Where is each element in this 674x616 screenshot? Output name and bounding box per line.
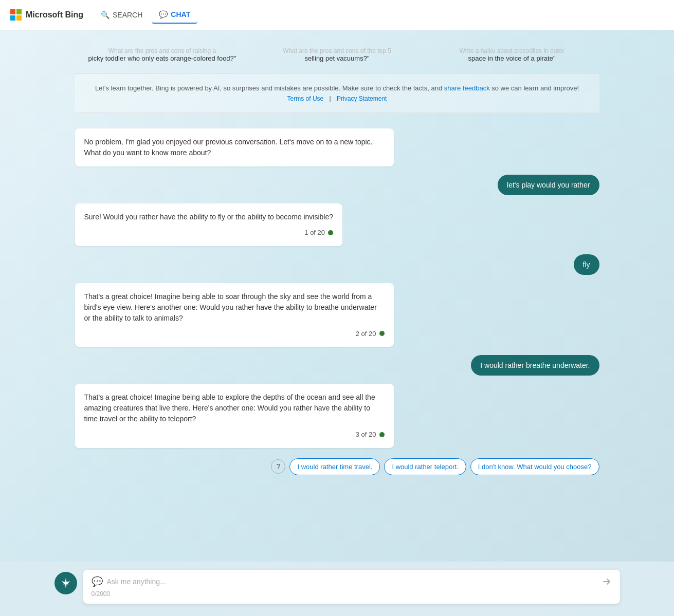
prompt-card-2: Write a haiku about crocodiles in outer … [430, 41, 594, 68]
search-icon: 🔍 [101, 11, 110, 19]
logo-area: Microsoft Bing [10, 9, 83, 21]
input-box-wrapper: 💬 0/2000 [83, 570, 620, 604]
user-message-3: I would rather breathe underwater. [471, 355, 599, 376]
input-row: 💬 [92, 576, 612, 587]
nav-search[interactable]: 🔍 SEARCH [94, 7, 150, 23]
char-count: 0/2000 [92, 590, 612, 598]
message-counter-3: 3 of 20 [84, 430, 385, 440]
prompt-card-1: What are the pros and cons of the top 5 … [255, 41, 420, 68]
suggestion-chip-0[interactable]: I would rather time travel. [289, 458, 380, 475]
send-button[interactable] [602, 576, 612, 587]
bot-message-3: That's a great choice! Imagine being abl… [75, 283, 394, 347]
avatar [54, 572, 77, 594]
microsoft-logo [10, 9, 22, 21]
info-banner: Let's learn together. Bing is powered by… [75, 73, 599, 113]
status-dot-2 [379, 331, 385, 336]
svg-rect-0 [10, 9, 15, 14]
bot-message-2: Sure! Would you rather have the ability … [75, 203, 343, 246]
prompt-suggestions: What are the pros and cons of raising a … [75, 30, 599, 73]
status-dot-3 [379, 432, 385, 437]
share-feedback-link[interactable]: share feedback [444, 84, 490, 92]
prompt-card-0: What are the pros and cons of raising a … [80, 41, 245, 68]
chat-icon: 💬 [159, 10, 168, 18]
user-message-2: fly [574, 254, 599, 275]
terms-link[interactable]: Terms of Use [287, 95, 324, 102]
status-dot [328, 230, 333, 235]
suggestion-chip-2[interactable]: I don't know. What would you choose? [470, 458, 599, 475]
bot-message-4: That's a great choice! Imagine being abl… [75, 384, 394, 448]
help-icon[interactable]: ? [271, 459, 285, 474]
user-message-1: let's play would you rather [498, 175, 599, 195]
message-counter-1: 1 of 20 [84, 228, 334, 238]
main-content: What are the pros and cons of raising a … [54, 30, 620, 547]
chat-input[interactable] [107, 577, 597, 586]
header: Microsoft Bing 🔍 SEARCH 💬 CHAT [0, 0, 674, 30]
chat-area: No problem, I'm glad you enjoyed our pre… [75, 118, 599, 486]
svg-rect-3 [16, 15, 22, 21]
privacy-link[interactable]: Privacy Statement [337, 95, 387, 102]
suggestions-row: ? I would rather time travel. I would ra… [75, 458, 599, 475]
bot-message-1: No problem, I'm glad you enjoyed our pre… [75, 128, 394, 166]
input-chat-icon: 💬 [92, 576, 103, 587]
svg-rect-1 [16, 9, 22, 14]
main-nav: 🔍 SEARCH 💬 CHAT [94, 6, 197, 24]
nav-chat[interactable]: 💬 CHAT [152, 6, 197, 24]
app-title: Microsoft Bing [26, 10, 83, 20]
svg-rect-2 [10, 15, 15, 21]
input-container: 💬 0/2000 [54, 570, 620, 604]
suggestion-chip-1[interactable]: I would rather teleport. [384, 458, 466, 475]
message-counter-2: 2 of 20 [84, 329, 385, 339]
input-area: 💬 0/2000 [0, 562, 674, 616]
